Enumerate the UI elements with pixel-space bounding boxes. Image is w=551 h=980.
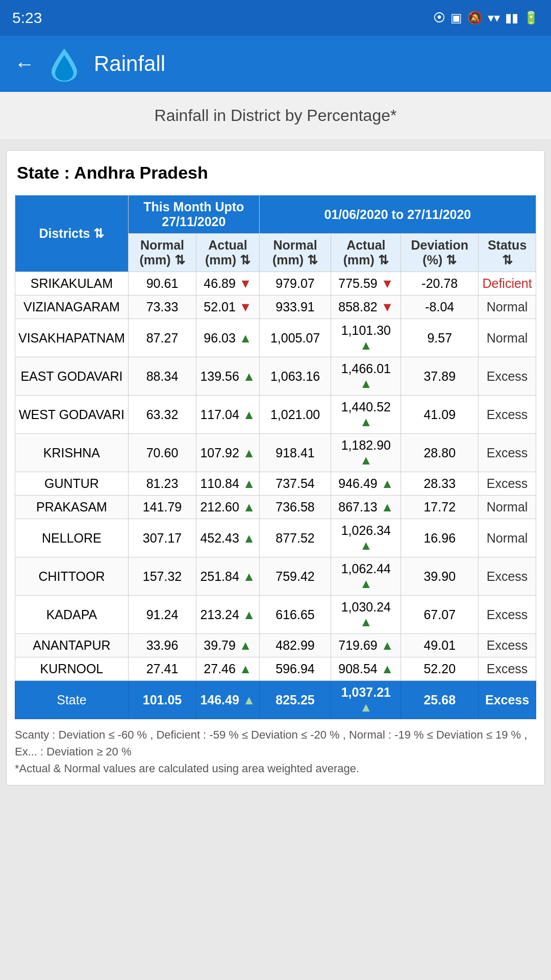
status: Normal: [479, 496, 536, 519]
district-name: KURNOOL: [15, 657, 129, 681]
state-label: State : Andhra Pradesh: [15, 159, 536, 187]
deviation: 52.20: [401, 657, 479, 681]
th-this-month[interactable]: This Month Upto 27/11/2020: [128, 195, 259, 234]
status: Deficient: [479, 272, 536, 296]
table-row: PRAKASAM 141.79 212.60 ▲ 736.58 867.13 ▲…: [15, 496, 536, 519]
table-row: KRISHNA 70.60 107.92 ▲ 918.41 1,182.90 ▲…: [15, 434, 536, 472]
actual-mm-2: 1,062.44 ▲: [331, 557, 401, 596]
deviation: 49.01: [401, 634, 479, 657]
normal-mm-1: 141.79: [128, 496, 196, 519]
app-title: Rainfall: [94, 52, 165, 76]
normal-mm-1: 81.23: [128, 472, 196, 496]
normal-mm-1: 90.61: [128, 272, 196, 296]
deviation: 17.72: [401, 496, 479, 519]
district-name: VISAKHAPATNAM: [15, 319, 129, 357]
district-name: NELLORE: [15, 519, 129, 557]
status: Excess: [479, 396, 536, 434]
normal-mm-2: 482.99: [259, 634, 331, 657]
actual-mm-1: 107.92 ▲: [196, 434, 260, 472]
table-row: CHITTOOR 157.32 251.84 ▲ 759.42 1,062.44…: [15, 557, 536, 596]
status: Normal: [479, 519, 536, 557]
normal-mm-2: 877.52: [259, 519, 331, 557]
deviation: 28.33: [401, 472, 479, 496]
table-row: VIZIANAGARAM 73.33 52.01 ▼ 933.91 858.82…: [15, 296, 536, 319]
district-name: PRAKASAM: [15, 496, 129, 519]
district-name: KADAPA: [15, 596, 129, 634]
th-districts[interactable]: Districts ⇅: [15, 195, 129, 272]
normal-mm-1: 73.33: [128, 296, 196, 319]
normal-mm-2: 737.54: [259, 472, 331, 496]
status: Normal: [479, 319, 536, 357]
table-row: ANANTAPUR 33.96 39.79 ▲ 482.99 719.69 ▲ …: [15, 634, 536, 657]
actual-mm-1: 96.03 ▲: [196, 319, 260, 357]
actual-mm-1: 27.46 ▲: [196, 657, 260, 681]
district-name: EAST GODAVARI: [15, 357, 129, 396]
normal-mm-1: 87.27: [128, 319, 196, 357]
state-summary-row: State 101.05 146.49 ▲ 825.25 1,037.21 ▲ …: [15, 681, 536, 719]
subtitle-text: Rainfall in District by Percentage*: [155, 106, 397, 125]
status: Excess: [479, 472, 536, 496]
district-name: SRIKAKULAM: [15, 272, 129, 296]
deviation: -20.78: [401, 272, 479, 296]
actual-mm-2: 1,182.90 ▲: [331, 434, 401, 472]
actual-mm-2: 1,440.52 ▲: [331, 396, 401, 434]
actual-mm-1: 52.01 ▼: [196, 296, 260, 319]
state-actual-mm-1: 146.49 ▲: [196, 681, 260, 719]
actual-mm-2: 1,030.24 ▲: [331, 596, 401, 634]
normal-mm-1: 88.34: [128, 357, 196, 396]
normal-mm-2: 979.07: [259, 272, 331, 296]
status: Excess: [479, 596, 536, 634]
normal-mm-2: 759.42: [259, 557, 331, 596]
actual-mm-2: 1,026.34 ▲: [331, 519, 401, 557]
th-actual-mm-1[interactable]: Actual (mm) ⇅: [196, 234, 260, 272]
status-time: 5:23: [12, 9, 42, 27]
status: Excess: [479, 357, 536, 396]
th-period[interactable]: 01/06/2020 to 27/11/2020: [259, 195, 536, 234]
th-status[interactable]: Status ⇅: [479, 234, 536, 272]
status-bar: 5:23 ⦿ ▣ 🔕 ▾▾ ▮▮ 🔋: [0, 0, 551, 36]
actual-mm-1: 46.89 ▼: [196, 272, 260, 296]
normal-mm-1: 63.32: [128, 396, 196, 434]
status: Excess: [479, 657, 536, 681]
back-button[interactable]: ←: [14, 53, 35, 76]
actual-mm-2: 946.49 ▲: [331, 472, 401, 496]
normal-mm-1: 70.60: [128, 434, 196, 472]
normal-mm-2: 736.58: [259, 496, 331, 519]
normal-mm-2: 616.65: [259, 596, 331, 634]
state-normal-mm-1: 101.05: [128, 681, 196, 719]
deviation: 37.89: [401, 357, 479, 396]
normal-mm-2: 918.41: [259, 434, 331, 472]
status: Excess: [479, 557, 536, 596]
actual-mm-1: 110.84 ▲: [196, 472, 260, 496]
actual-mm-1: 251.84 ▲: [196, 557, 260, 596]
table-row: SRIKAKULAM 90.61 46.89 ▼ 979.07 775.59 ▼…: [15, 272, 536, 296]
district-name: VIZIANAGARAM: [15, 296, 129, 319]
district-name: WEST GODAVARI: [15, 396, 129, 434]
table-row: VISAKHAPATNAM 87.27 96.03 ▲ 1,005.07 1,1…: [15, 319, 536, 357]
location-icon: ⦿: [433, 11, 445, 25]
state-normal-mm-2: 825.25: [259, 681, 331, 719]
wifi-icon: ▾▾: [488, 11, 500, 25]
normal-mm-2: 933.91: [259, 296, 331, 319]
table-row: GUNTUR 81.23 110.84 ▲ 737.54 946.49 ▲ 28…: [15, 472, 536, 496]
state-status: Excess: [479, 681, 536, 719]
deviation: 16.96: [401, 519, 479, 557]
footnote-legend: Scanty : Deviation ≤ -60 % , Deficient :…: [15, 726, 536, 760]
th-deviation[interactable]: Deviation (%) ⇅: [401, 234, 479, 272]
actual-mm-1: 117.04 ▲: [196, 396, 260, 434]
state-label-cell: State: [15, 681, 129, 719]
th-normal-mm-1[interactable]: Normal (mm) ⇅: [128, 234, 196, 272]
actual-mm-2: 719.69 ▲: [331, 634, 401, 657]
table-row: WEST GODAVARI 63.32 117.04 ▲ 1,021.00 1,…: [15, 396, 536, 434]
district-name: GUNTUR: [15, 472, 129, 496]
state-name: Andhra Pradesh: [74, 163, 208, 182]
status-icons: ⦿ ▣ 🔕 ▾▾ ▮▮ 🔋: [433, 11, 539, 25]
normal-mm-1: 157.32: [128, 557, 196, 596]
subtitle-bar: Rainfall in District by Percentage*: [0, 92, 551, 140]
normal-mm-2: 1,005.07: [259, 319, 331, 357]
actual-mm-1: 213.24 ▲: [196, 596, 260, 634]
normal-mm-2: 596.94: [259, 657, 331, 681]
th-actual-mm-2[interactable]: Actual (mm) ⇅: [331, 234, 401, 272]
th-normal-mm-2[interactable]: Normal (mm) ⇅: [259, 234, 331, 272]
mute-icon: 🔕: [467, 11, 483, 25]
